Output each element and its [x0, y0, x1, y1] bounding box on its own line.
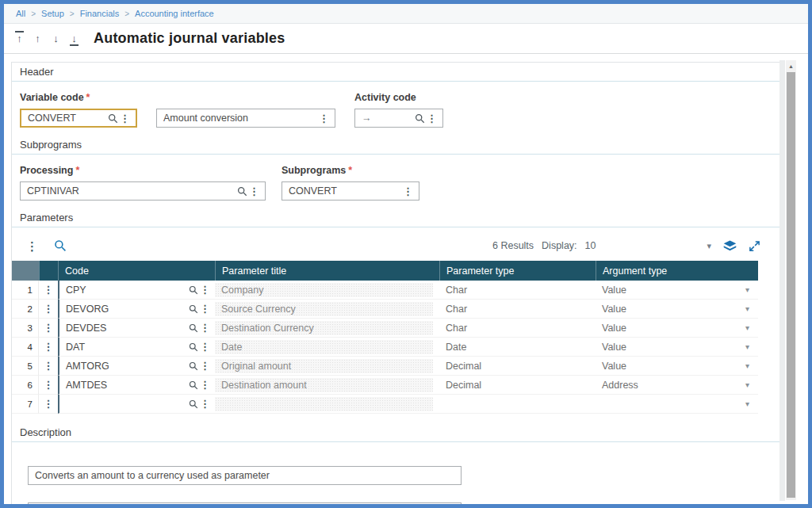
cell-actions-icon[interactable]: ⋮: [198, 304, 212, 314]
argument-type-cell[interactable]: ▾: [596, 395, 758, 414]
field-actions-icon[interactable]: ⋮: [317, 113, 331, 124]
cell-actions-icon[interactable]: ⋮: [198, 323, 212, 333]
row-actions-icon[interactable]: ⋮: [42, 361, 56, 371]
variable-code-input[interactable]: CONVERT ⋮: [20, 109, 137, 128]
description-input-1[interactable]: Converts an amount to a currency used as…: [28, 466, 462, 485]
cell-actions-icon[interactable]: ⋮: [198, 380, 212, 390]
row-actions-icon[interactable]: ⋮: [42, 285, 56, 295]
display-label: Display:: [542, 240, 576, 251]
row-number: 4: [12, 338, 39, 357]
argument-type-cell[interactable]: Value ▾: [596, 319, 758, 338]
app-window: All > Setup > Financials > Accounting in…: [0, 0, 812, 508]
cell-actions-icon[interactable]: ⋮: [198, 342, 212, 352]
cell-actions-icon[interactable]: ⋮: [198, 399, 212, 409]
breadcrumb-link-all[interactable]: All: [16, 9, 25, 18]
argument-type-cell[interactable]: Address ▾: [596, 376, 758, 395]
row-actions-icon[interactable]: ⋮: [42, 342, 56, 352]
row-number: 6: [12, 376, 39, 395]
code-cell[interactable]: DAT ⋮: [58, 338, 215, 357]
row-actions-icon[interactable]: ⋮: [42, 399, 56, 409]
lookup-search-icon[interactable]: [189, 304, 198, 314]
parameter-title-cell: Destination Currency: [215, 319, 439, 338]
layers-icon[interactable]: [723, 239, 737, 253]
lookup-search-icon[interactable]: [189, 361, 198, 371]
row-actions-icon[interactable]: ⋮: [42, 304, 56, 314]
activity-code-input[interactable]: → ⋮: [354, 109, 443, 128]
row-actions-icon[interactable]: ⋮: [42, 380, 56, 390]
lookup-search-icon[interactable]: [237, 186, 247, 197]
code-cell[interactable]: AMTDES ⋮: [58, 376, 215, 395]
go-to-first-icon[interactable]: ↑: [14, 33, 25, 44]
display-dropdown-caret-icon[interactable]: ▾: [707, 241, 711, 251]
table-actions-icon[interactable]: ⋮: [25, 240, 40, 252]
required-asterisk: *: [348, 165, 352, 176]
code-cell[interactable]: ⋮: [58, 395, 215, 414]
variable-code-label: Variable code*: [20, 92, 137, 103]
dropdown-caret-icon[interactable]: ▾: [745, 323, 749, 332]
header-cell-parameter-title[interactable]: Parameter title: [215, 261, 439, 281]
description-input-2[interactable]: [28, 502, 462, 508]
parameter-type-cell: Char: [439, 300, 596, 319]
breadcrumb-link-accounting-interface[interactable]: Accounting interface: [135, 9, 214, 18]
dropdown-caret-icon[interactable]: ▾: [745, 304, 749, 313]
argument-type-cell[interactable]: Value ▾: [596, 300, 758, 319]
vertical-scrollbar[interactable]: ▲: [786, 60, 796, 500]
breadcrumb-link-setup[interactable]: Setup: [41, 9, 64, 18]
dropdown-caret-icon[interactable]: ▾: [745, 342, 749, 351]
go-to-last-icon[interactable]: ↓: [69, 33, 79, 44]
table-search-icon[interactable]: [54, 239, 67, 252]
content-area: ▲ Header Variable code* CONVERT ⋮: [4, 54, 808, 504]
lookup-search-icon[interactable]: [189, 285, 198, 295]
field-actions-icon[interactable]: ⋮: [401, 186, 415, 197]
lookup-search-icon[interactable]: [189, 399, 198, 409]
header-cell-rownum: [12, 261, 39, 281]
argument-type-cell[interactable]: Value ▾: [596, 338, 758, 357]
header-cell-parameter-type[interactable]: Parameter type: [439, 261, 596, 281]
results-count: 6 Results: [492, 240, 534, 251]
parameter-title-cell: [215, 395, 439, 414]
lookup-search-icon[interactable]: [415, 113, 425, 124]
argument-type-cell[interactable]: Value ▾: [596, 357, 758, 376]
row-number: 3: [12, 319, 39, 338]
scroll-up-icon[interactable]: ▲: [786, 60, 796, 71]
header-cell-argument-type[interactable]: Argument type: [596, 261, 758, 281]
cell-actions-icon[interactable]: ⋮: [198, 285, 212, 295]
scrollbar-thumb[interactable]: [787, 72, 795, 498]
previous-record-icon[interactable]: ↑: [33, 33, 43, 44]
lookup-search-icon[interactable]: [189, 323, 198, 333]
code-cell[interactable]: CPY ⋮: [58, 281, 215, 300]
lookup-search-icon[interactable]: [189, 342, 198, 352]
dropdown-caret-icon[interactable]: ▾: [745, 285, 749, 294]
display-value[interactable]: 10: [585, 240, 596, 251]
lookup-search-icon[interactable]: [189, 380, 198, 390]
table-row: 4 ⋮ DAT ⋮ Date Date Value ▾: [12, 338, 758, 357]
expand-fullscreen-icon[interactable]: [749, 240, 760, 252]
section-title-header: Header: [20, 66, 779, 78]
breadcrumb: All > Setup > Financials > Accounting in…: [4, 4, 808, 24]
processing-input[interactable]: CPTINIVAR ⋮: [20, 181, 266, 201]
dropdown-caret-icon[interactable]: ▾: [745, 361, 749, 370]
field-actions-icon[interactable]: ⋮: [425, 113, 439, 124]
record-navigation: ↑ ↑ ↓ ↓: [14, 33, 79, 44]
breadcrumb-link-financials[interactable]: Financials: [80, 9, 120, 18]
field-actions-icon[interactable]: ⋮: [118, 113, 132, 124]
parameter-title-cell: Original amount: [215, 357, 439, 376]
lookup-search-icon[interactable]: [108, 113, 118, 124]
variable-title-input[interactable]: Amount conversion ⋮: [156, 109, 335, 128]
section-rule: [12, 441, 779, 442]
code-cell[interactable]: DEVORG ⋮: [58, 300, 215, 319]
subprograms-input[interactable]: CONVERT ⋮: [282, 181, 419, 201]
next-record-icon[interactable]: ↓: [51, 33, 61, 44]
variable-code-value: CONVERT: [28, 113, 108, 124]
argument-type-cell[interactable]: Value ▾: [596, 281, 758, 300]
cell-actions-icon[interactable]: ⋮: [198, 361, 212, 371]
row-actions-icon[interactable]: ⋮: [42, 323, 56, 333]
dropdown-caret-icon[interactable]: ▾: [745, 399, 749, 408]
dropdown-caret-icon[interactable]: ▾: [745, 380, 749, 389]
variable-title-field: Amount conversion ⋮: [156, 109, 335, 128]
header-cell-code[interactable]: Code: [58, 261, 215, 281]
field-actions-icon[interactable]: ⋮: [247, 186, 261, 197]
code-cell[interactable]: AMTORG ⋮: [58, 357, 215, 376]
code-cell[interactable]: DEVDES ⋮: [58, 319, 215, 338]
parameter-type-cell: Decimal: [439, 376, 596, 395]
